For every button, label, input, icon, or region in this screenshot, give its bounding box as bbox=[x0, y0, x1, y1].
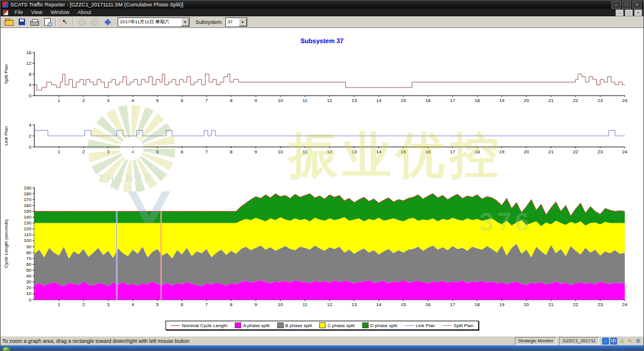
svg-text:0: 0 bbox=[29, 93, 32, 99]
svg-text:1: 1 bbox=[58, 149, 61, 155]
split-plan-chart[interactable]: 0481216123456789101112131415161718192021… bbox=[2, 45, 642, 106]
legend-item: C phase split bbox=[320, 322, 355, 328]
windows-taskbar[interactable] bbox=[1, 345, 643, 351]
svg-text:19: 19 bbox=[499, 149, 504, 155]
smiley-icon[interactable]: ☺ bbox=[618, 338, 625, 345]
svg-text:9: 9 bbox=[254, 98, 257, 103]
svg-text:0: 0 bbox=[29, 145, 32, 150]
svg-text:150: 150 bbox=[24, 209, 32, 214]
statusbar: To zoom a graph area, drag a rectangle t… bbox=[1, 336, 643, 345]
svg-text:4: 4 bbox=[132, 149, 135, 155]
svg-text:17: 17 bbox=[450, 149, 455, 155]
svg-text:Link Plan: Link Plan bbox=[3, 127, 9, 146]
svg-text:9: 9 bbox=[254, 149, 257, 155]
zoom-arrow-button[interactable]: ↖ bbox=[59, 17, 70, 27]
svg-text:180: 180 bbox=[24, 191, 32, 196]
close-button[interactable]: × bbox=[632, 1, 642, 9]
svg-text:7: 7 bbox=[206, 149, 208, 155]
svg-text:11: 11 bbox=[303, 98, 308, 103]
open-button[interactable] bbox=[3, 17, 15, 27]
floppy-disk-icon bbox=[19, 19, 25, 25]
svg-text:17: 17 bbox=[450, 302, 455, 307]
dropdown-arrow-icon[interactable]: ▼ bbox=[181, 18, 189, 26]
svg-text:19: 19 bbox=[499, 98, 504, 103]
svg-text:2: 2 bbox=[82, 302, 85, 307]
chart-title: Subsystem 37 bbox=[1, 37, 643, 44]
svg-text:16: 16 bbox=[426, 98, 431, 103]
folder-open-icon bbox=[5, 20, 13, 26]
menu-window[interactable]: Window bbox=[47, 9, 73, 16]
legend-swatch bbox=[277, 322, 284, 328]
svg-text:160: 160 bbox=[24, 203, 32, 208]
svg-text:22: 22 bbox=[573, 98, 578, 103]
menu-file[interactable]: File bbox=[10, 9, 27, 16]
legend-item: Link Plan bbox=[405, 323, 435, 328]
svg-text:15: 15 bbox=[401, 98, 406, 103]
svg-text:30: 30 bbox=[26, 279, 31, 285]
svg-text:13: 13 bbox=[352, 302, 357, 307]
svg-text:10: 10 bbox=[278, 302, 283, 307]
legend-label: Nominal Cycle Length bbox=[182, 323, 227, 328]
legend-swatch bbox=[443, 325, 452, 326]
svg-text:19: 19 bbox=[499, 302, 504, 307]
app-icon bbox=[2, 2, 8, 8]
cycle-length-chart[interactable]: 0102030405060708090100110120130140150160… bbox=[2, 184, 642, 311]
date-combobox[interactable]: 2017年11月11日 星期六 ▼ bbox=[118, 17, 190, 27]
diamond-button[interactable] bbox=[102, 17, 114, 27]
legend-item: Split Plan bbox=[443, 323, 473, 328]
maximize-button[interactable]: □ bbox=[622, 1, 631, 9]
svg-text:11: 11 bbox=[303, 149, 308, 155]
link-plan-chart[interactable]: 0241234567891011121314151617181920212223… bbox=[2, 120, 642, 157]
diamond-icon bbox=[104, 19, 111, 25]
legend-swatch bbox=[235, 322, 241, 328]
save-button[interactable] bbox=[16, 17, 27, 27]
ime-chinese-icon[interactable]: 中 bbox=[610, 338, 617, 345]
legend-swatch bbox=[405, 325, 414, 326]
menu-view[interactable]: View bbox=[27, 9, 47, 16]
mdi-close-button[interactable]: × bbox=[634, 9, 642, 16]
toolbar: ↖ 2017年11月11日 星期六 ▼ Subsystem 37 ▼ bbox=[1, 16, 643, 28]
start-button[interactable] bbox=[2, 347, 10, 351]
legend-label: A phase split bbox=[243, 323, 269, 328]
svg-text:4: 4 bbox=[29, 82, 32, 87]
watermark-brand: ZHENYE bbox=[98, 174, 154, 184]
titlebar[interactable]: SCATS Traffic Reporter - [GZZC1_20171111… bbox=[1, 1, 643, 9]
svg-text:16: 16 bbox=[26, 50, 31, 55]
svg-text:40: 40 bbox=[26, 273, 31, 279]
svg-text:7: 7 bbox=[206, 302, 208, 307]
svg-text:10: 10 bbox=[278, 149, 283, 155]
svg-text:14: 14 bbox=[376, 302, 381, 307]
print-preview-icon bbox=[44, 18, 51, 26]
svg-text:12: 12 bbox=[327, 98, 332, 103]
circle-icon bbox=[91, 19, 98, 26]
print-preview-button[interactable] bbox=[41, 17, 53, 27]
svg-text:22: 22 bbox=[573, 302, 578, 307]
svg-text:12: 12 bbox=[327, 149, 332, 155]
minimize-button[interactable]: – bbox=[611, 1, 621, 9]
svg-text:10: 10 bbox=[278, 98, 283, 103]
pencil-icon[interactable]: ✎ bbox=[627, 338, 634, 345]
svg-text:9: 9 bbox=[254, 302, 257, 307]
svg-text:8: 8 bbox=[29, 72, 32, 77]
svg-text:12: 12 bbox=[26, 61, 31, 66]
print-button[interactable] bbox=[29, 17, 40, 27]
svg-text:3: 3 bbox=[107, 302, 110, 307]
dropdown-arrow-icon[interactable]: ▼ bbox=[239, 18, 247, 26]
mdi-restore-button[interactable]: □ bbox=[625, 9, 633, 16]
legend-label: B phase split bbox=[285, 323, 312, 328]
svg-text:8: 8 bbox=[230, 98, 233, 103]
menu-about[interactable]: About bbox=[73, 9, 95, 16]
svg-text:190: 190 bbox=[24, 185, 32, 191]
gear-icon[interactable]: ⚙ bbox=[635, 338, 642, 345]
svg-text:3: 3 bbox=[107, 149, 110, 155]
legend-swatch bbox=[320, 322, 326, 328]
svg-text:12: 12 bbox=[327, 302, 332, 307]
paw-icon[interactable]: ∴ bbox=[602, 338, 609, 345]
svg-text:100: 100 bbox=[24, 238, 32, 243]
svg-text:20: 20 bbox=[26, 285, 31, 290]
mdi-system-icon[interactable] bbox=[3, 10, 8, 15]
svg-text:20: 20 bbox=[524, 302, 529, 307]
subsystem-combobox[interactable]: 37 ▼ bbox=[225, 17, 247, 27]
file-panel: GZZC1_201711 bbox=[559, 337, 599, 345]
mdi-minimize-button[interactable]: – bbox=[615, 9, 624, 16]
